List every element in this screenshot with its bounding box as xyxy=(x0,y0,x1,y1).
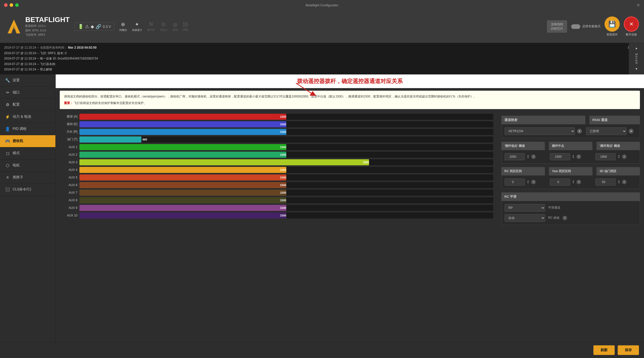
sidebar-item-pid[interactable]: 👤 PID 调校 xyxy=(0,123,55,135)
disconnect-icon: ✕ xyxy=(624,16,639,32)
diamond-icon: ◆ xyxy=(91,24,94,29)
rssi-channel-select[interactable]: 已禁用 xyxy=(586,127,627,135)
sidebar-item-power[interactable]: ⚡ 动力 & 电池 xyxy=(0,111,55,123)
sidebar-item-blackbox[interactable]: ≡ 黑匣子 xyxy=(0,172,55,184)
betaflight-logo-icon xyxy=(5,18,23,35)
channel-aux5-bar xyxy=(79,174,286,181)
log-area: 2019-07-27 @ 11:33:24 -- 当前固件发布时间： Mar 2… xyxy=(0,43,644,74)
disconnect-button[interactable]: ✕ 断开连接 xyxy=(624,16,639,36)
channel-aux2-label: AUX 2 xyxy=(60,153,77,156)
throttle-3d-header: 3D 油门死区 xyxy=(596,167,640,175)
throttle-3d-help-icon[interactable]: ? xyxy=(622,180,627,184)
stick-low-help-icon[interactable]: ? xyxy=(531,154,536,159)
rc-smooth-header: RC 平滑 xyxy=(501,192,640,201)
sidebar-item-receiver[interactable]: 🎮 接收机 xyxy=(0,135,55,147)
channel-roll-bar xyxy=(79,114,286,120)
stick-mid-help-icon[interactable]: ? xyxy=(576,154,581,159)
scroll-up-button[interactable]: ▲ xyxy=(635,46,638,51)
sidebar-item-modes-label: 模式 xyxy=(13,151,20,155)
battery-icon: 🔋 xyxy=(78,24,83,29)
yaw-deadband-stepper[interactable]: ⇕ xyxy=(572,180,575,184)
update-firmware-button[interactable]: 💾 更新固件 xyxy=(605,16,620,36)
config-version: 配置程序: 10.5.1 xyxy=(25,24,70,28)
stick-high-help-icon[interactable]: ? xyxy=(622,154,627,159)
close-button[interactable] xyxy=(4,3,8,7)
rc-deadband-help-icon[interactable]: ? xyxy=(531,180,536,184)
sidebar-item-ports[interactable]: ✏ 端口 xyxy=(0,87,55,99)
channel-pitch-bar-wrap: 1500 xyxy=(79,121,493,127)
config-icon: ⚙ xyxy=(5,102,10,107)
channel-row-aux7: AUX 7 1500 xyxy=(60,190,493,196)
log-line-1: 2019-07-27 @ 11:33:24 -- 当前固件发布时间： Mar 2… xyxy=(4,45,640,51)
right-panel: 通道映射 RSSI 通道 AETR1234 ▼ 已禁用 xyxy=(497,112,644,233)
logo-name: BETAFLIGHT xyxy=(25,16,70,24)
channel-aux9-value: 1500 xyxy=(280,206,286,209)
info-text: 请阅读文档的接收机部分。按需配置好串口、接收机模式（serial/ppm/pwm… xyxy=(64,94,636,99)
sensor-area: ⊕ 陀螺仪 ✦ 加速度计 N 磁力仪 ⊙ 气压计 ◎ GPS ))) 声呐 xyxy=(119,21,188,32)
sidebar-item-motors[interactable]: ⬡ 电机 xyxy=(0,160,55,172)
channel-aux8-bar-wrap: 1500 xyxy=(79,197,493,203)
channel-yaw-bar xyxy=(79,129,286,135)
stick-low-input[interactable] xyxy=(505,153,525,160)
channel-aux6-value: 1500 xyxy=(280,184,286,187)
channel-throttle-bar-wrap: 885 xyxy=(79,136,493,143)
maximize-button[interactable] xyxy=(15,3,19,7)
channel-row-roll: 横滚 [A] 1500 xyxy=(60,114,493,120)
logo-text: BETAFLIGHT 配置程序: 10.5.1 固件: BTFL 3.3.0 飞… xyxy=(25,16,70,37)
sidebar-item-cli[interactable]: ⬛ CLI(命令行) xyxy=(0,184,55,196)
expert-mode-toggle[interactable]: 启用专家模式 xyxy=(571,24,600,29)
expert-mode-label: 启用专家模式 xyxy=(582,24,600,29)
channel-aux7-value: 1500 xyxy=(280,191,286,194)
pid-icon: 👤 xyxy=(5,127,10,131)
scroll-down-button[interactable]: ▼ xyxy=(635,66,638,72)
gps-label: GPS xyxy=(173,29,178,31)
channel-mapping-select[interactable]: AETR1234 xyxy=(505,127,575,135)
stick-mid-input-row: ⇕ ? xyxy=(550,153,591,160)
blackbox-icon: ≡ xyxy=(5,175,10,180)
rc-smooth-interp-row: 自动 RC 插值 ? xyxy=(505,214,637,222)
stick-mid-stepper[interactable]: ⇕ xyxy=(572,154,575,159)
deadband-body: ⇕ ? ⇕ ? ⇕ ? xyxy=(501,175,640,189)
channel-aux8-bar xyxy=(79,197,286,203)
logo-area: BETAFLIGHT 配置程序: 10.5.1 固件: BTFL 3.3.0 飞… xyxy=(5,16,70,37)
sidebar-item-power-label: 动力 & 电池 xyxy=(13,114,31,119)
channel-aux9-label: AUX 9 xyxy=(60,206,77,210)
disconnect-label: 断开连接 xyxy=(626,33,637,36)
throttle-3d-stepper[interactable]: ⇕ xyxy=(617,180,620,184)
stick-high-input[interactable] xyxy=(595,153,616,160)
sidebar-item-settings[interactable]: 🔧 设置 xyxy=(0,74,55,87)
rc-deadband-input[interactable] xyxy=(505,178,525,186)
stick-mid-input[interactable] xyxy=(550,153,570,160)
settings-icon[interactable]: ⚙ xyxy=(637,3,640,7)
channels-section: 横滚 [A] 1500 俯仰 [E] 1500 方向 [R] xyxy=(56,112,497,233)
channel-aux9-bar-wrap: 1500 xyxy=(79,205,493,211)
sidebar-item-modes[interactable]: ◻ 模式 xyxy=(0,147,55,160)
deadband-headers: RC 死区区间 Yaw 死区区间 3D 油门死区 xyxy=(501,167,640,175)
channel-yaw-label: 方向 [R] xyxy=(60,130,77,134)
save-button[interactable]: 保存 xyxy=(618,345,639,355)
channel-aux8-label: AUX 8 xyxy=(60,198,77,202)
stick-high-stepper[interactable]: ⇕ xyxy=(617,154,620,159)
sidebar-item-motors-label: 电机 xyxy=(13,163,20,168)
rc-smooth-interp-select[interactable]: 自动 xyxy=(505,214,545,222)
channel-aux10-bar xyxy=(79,212,286,218)
sidebar-item-config[interactable]: ⚙ 配置 xyxy=(0,99,55,111)
channel-aux4-label: AUX 4 xyxy=(60,168,77,172)
fc-type: 飞控型号: SRF3 xyxy=(25,33,70,37)
sidebar-item-ports-label: 端口 xyxy=(13,90,20,95)
rc-smooth-help-icon[interactable]: ? xyxy=(563,216,567,220)
rc-deadband-stepper[interactable]: ⇕ xyxy=(526,180,530,184)
expert-mode-switch[interactable] xyxy=(571,24,580,29)
rssi-channel-header: RSSI 通道 xyxy=(589,116,640,124)
refresh-button[interactable]: 刷新 xyxy=(593,345,615,355)
log-line-3: 2019-07-27 @ 11:33:24 -- 唯一设备 ID: 0x1e00… xyxy=(4,56,640,62)
throttle-3d-input[interactable] xyxy=(595,178,616,186)
main-layout: 🔧 设置 ✏ 端口 ⚙ 配置 ⚡ 动力 & 电池 👤 PID 调校 🎮 接收机 … xyxy=(0,74,644,349)
yaw-deadband-help-icon[interactable]: ? xyxy=(576,180,581,184)
stick-low-stepper[interactable]: ⇕ xyxy=(526,154,530,159)
stick-thresholds-section: '摇杆低位' 阈值 摇杆中点 '摇杆高位' 阈值 ⇕ ? ⇕ xyxy=(501,142,640,164)
minimize-button[interactable] xyxy=(10,3,13,7)
yaw-deadband-input[interactable] xyxy=(550,178,570,186)
sensor-gps: ◎ GPS xyxy=(173,22,178,31)
rc-smooth-type-select[interactable]: RP xyxy=(505,204,545,212)
